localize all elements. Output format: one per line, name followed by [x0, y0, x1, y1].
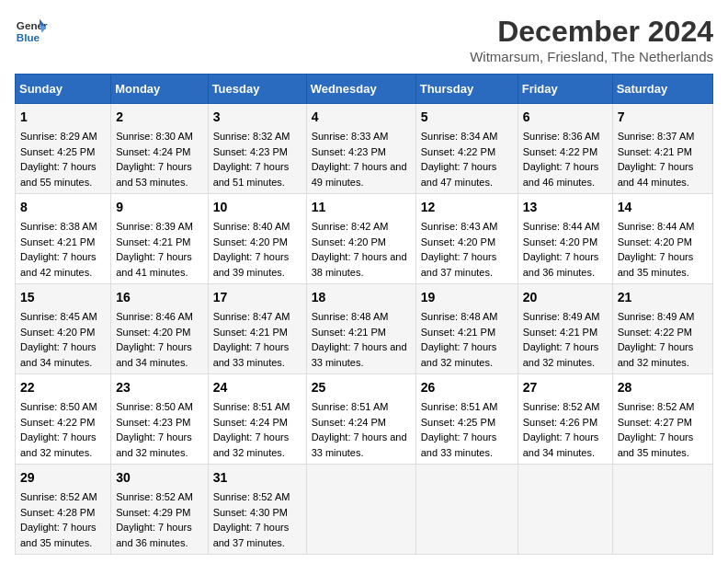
- sunset: Sunset: 4:24 PM: [213, 417, 288, 428]
- calendar-cell: 16Sunrise: 8:46 AMSunset: 4:20 PMDayligh…: [111, 284, 208, 374]
- sunset: Sunset: 4:21 PM: [20, 236, 95, 247]
- logo-icon: General Blue: [15, 15, 48, 48]
- day-number: 20: [523, 288, 608, 307]
- sunset: Sunset: 4:20 PM: [213, 236, 288, 247]
- calendar-cell: 13Sunrise: 8:44 AMSunset: 4:20 PMDayligh…: [518, 194, 612, 284]
- sunrise: Sunrise: 8:52 AM: [213, 491, 290, 502]
- day-number: 21: [618, 288, 708, 307]
- sunset: Sunset: 4:21 PM: [618, 146, 692, 157]
- sunset: Sunset: 4:22 PM: [20, 417, 95, 428]
- day-number: 17: [213, 288, 301, 307]
- daylight: Daylight: 7 hours and 35 minutes.: [618, 251, 694, 278]
- main-title: December 2024: [470, 15, 713, 49]
- day-number: 12: [421, 198, 513, 217]
- calendar-cell: 6Sunrise: 8:36 AMSunset: 4:22 PMDaylight…: [518, 104, 612, 194]
- sunrise: Sunrise: 8:33 AM: [312, 131, 389, 142]
- daylight: Daylight: 7 hours and 39 minutes.: [213, 251, 290, 278]
- day-number: 5: [421, 108, 513, 127]
- sunrise: Sunrise: 8:51 AM: [312, 401, 389, 412]
- sunset: Sunset: 4:20 PM: [421, 236, 495, 247]
- sunrise: Sunrise: 8:51 AM: [421, 401, 498, 412]
- sunrise: Sunrise: 8:48 AM: [312, 311, 389, 322]
- sunrise: Sunrise: 8:50 AM: [116, 401, 193, 412]
- header-day-wednesday: Wednesday: [306, 75, 415, 104]
- daylight: Daylight: 7 hours and 51 minutes.: [213, 161, 290, 188]
- sunset: Sunset: 4:21 PM: [213, 327, 288, 338]
- sunrise: Sunrise: 8:44 AM: [523, 221, 600, 232]
- daylight: Daylight: 7 hours and 32 minutes.: [421, 341, 497, 368]
- sunset: Sunset: 4:21 PM: [523, 327, 597, 338]
- calendar-cell: 14Sunrise: 8:44 AMSunset: 4:20 PMDayligh…: [612, 194, 712, 284]
- calendar-cell: 12Sunrise: 8:43 AMSunset: 4:20 PMDayligh…: [415, 194, 518, 284]
- daylight: Daylight: 7 hours and 32 minutes.: [523, 341, 599, 368]
- daylight: Daylight: 7 hours and 32 minutes.: [618, 341, 694, 368]
- day-number: 8: [20, 198, 106, 217]
- day-number: 7: [618, 108, 708, 127]
- calendar-cell: 26Sunrise: 8:51 AMSunset: 4:25 PMDayligh…: [415, 374, 518, 465]
- sunrise: Sunrise: 8:47 AM: [213, 311, 290, 322]
- day-number: 23: [116, 378, 202, 397]
- sunset: Sunset: 4:20 PM: [312, 236, 386, 247]
- sunset: Sunset: 4:24 PM: [116, 146, 190, 157]
- day-number: 26: [421, 378, 513, 397]
- day-number: 4: [312, 108, 411, 127]
- day-number: 1: [20, 108, 106, 127]
- daylight: Daylight: 7 hours and 32 minutes.: [116, 431, 192, 458]
- header-day-monday: Monday: [111, 75, 208, 104]
- sunrise: Sunrise: 8:38 AM: [20, 221, 97, 232]
- sunrise: Sunrise: 8:49 AM: [618, 311, 695, 322]
- calendar-cell: [612, 465, 712, 555]
- day-number: 15: [20, 288, 106, 307]
- calendar-cell: 17Sunrise: 8:47 AMSunset: 4:21 PMDayligh…: [208, 284, 306, 374]
- sunrise: Sunrise: 8:44 AM: [618, 221, 695, 232]
- daylight: Daylight: 7 hours and 32 minutes.: [213, 431, 290, 458]
- calendar-cell: 27Sunrise: 8:52 AMSunset: 4:26 PMDayligh…: [518, 374, 612, 465]
- sunset: Sunset: 4:25 PM: [20, 146, 95, 157]
- svg-text:Blue: Blue: [17, 31, 40, 43]
- daylight: Daylight: 7 hours and 55 minutes.: [20, 161, 97, 188]
- sunrise: Sunrise: 8:52 AM: [523, 401, 600, 412]
- sunset: Sunset: 4:23 PM: [213, 146, 288, 157]
- week-row-1: 1Sunrise: 8:29 AMSunset: 4:25 PMDaylight…: [16, 104, 713, 194]
- day-number: 29: [20, 468, 106, 488]
- sunrise: Sunrise: 8:30 AM: [116, 131, 193, 142]
- sunset: Sunset: 4:20 PM: [523, 236, 597, 247]
- sunset: Sunset: 4:26 PM: [523, 417, 597, 428]
- sunset: Sunset: 4:21 PM: [312, 327, 386, 338]
- calendar-cell: [518, 465, 612, 555]
- sunset: Sunset: 4:20 PM: [20, 327, 95, 338]
- calendar-cell: [415, 465, 518, 555]
- sunset: Sunset: 4:25 PM: [421, 417, 495, 428]
- week-row-5: 29Sunrise: 8:52 AMSunset: 4:28 PMDayligh…: [16, 465, 713, 555]
- day-number: 24: [213, 378, 301, 397]
- day-number: 10: [213, 198, 301, 217]
- calendar-cell: 7Sunrise: 8:37 AMSunset: 4:21 PMDaylight…: [612, 104, 712, 194]
- calendar-cell: 2Sunrise: 8:30 AMSunset: 4:24 PMDaylight…: [111, 104, 208, 194]
- daylight: Daylight: 7 hours and 49 minutes.: [312, 161, 407, 188]
- sunset: Sunset: 4:27 PM: [618, 417, 692, 428]
- day-number: 14: [618, 198, 708, 217]
- day-number: 19: [421, 288, 513, 307]
- sunset: Sunset: 4:23 PM: [312, 146, 386, 157]
- daylight: Daylight: 7 hours and 33 minutes.: [312, 341, 407, 368]
- daylight: Daylight: 7 hours and 37 minutes.: [213, 522, 290, 548]
- daylight: Daylight: 7 hours and 34 minutes.: [116, 341, 192, 368]
- calendar-cell: 21Sunrise: 8:49 AMSunset: 4:22 PMDayligh…: [612, 284, 712, 374]
- day-number: 22: [20, 378, 106, 397]
- subtitle: Witmarsum, Friesland, The Netherlands: [470, 49, 713, 64]
- day-number: 31: [213, 468, 301, 488]
- header-day-sunday: Sunday: [16, 75, 111, 104]
- logo: General Blue: [15, 15, 48, 48]
- daylight: Daylight: 7 hours and 32 minutes.: [20, 431, 97, 458]
- sunrise: Sunrise: 8:36 AM: [523, 131, 600, 142]
- sunrise: Sunrise: 8:52 AM: [618, 401, 695, 412]
- day-number: 18: [312, 288, 411, 307]
- calendar-cell: 23Sunrise: 8:50 AMSunset: 4:23 PMDayligh…: [111, 374, 208, 465]
- sunrise: Sunrise: 8:45 AM: [20, 311, 97, 322]
- sunset: Sunset: 4:20 PM: [618, 236, 692, 247]
- day-number: 6: [523, 108, 608, 127]
- sunrise: Sunrise: 8:46 AM: [116, 311, 193, 322]
- daylight: Daylight: 7 hours and 36 minutes.: [523, 251, 599, 278]
- calendar-cell: 9Sunrise: 8:39 AMSunset: 4:21 PMDaylight…: [111, 194, 208, 284]
- header: General Blue December 2024 Witmarsum, Fr…: [15, 15, 713, 64]
